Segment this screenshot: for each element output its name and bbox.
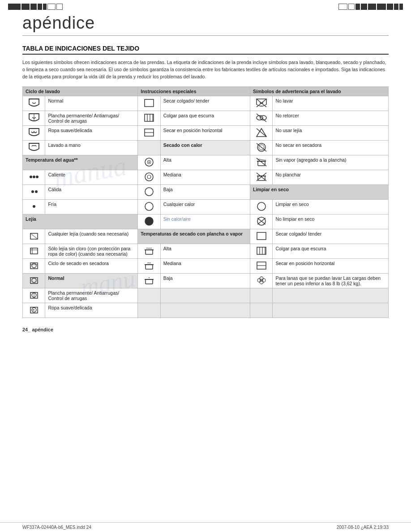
cell-dry-clean-header: Limpiar en seco (250, 185, 389, 200)
icon-no-bleach (250, 126, 273, 141)
svg-line-45 (30, 233, 38, 239)
table-row: Plancha permanente/ Antiarrugas/ Control… (23, 288, 389, 303)
icon-delicate (23, 126, 45, 141)
icon-dry-flat (138, 126, 160, 141)
cell-no-wash: No lavar (273, 96, 389, 111)
cell-empty3 (250, 288, 273, 303)
icon-delicate-dryer (23, 303, 45, 318)
cell-no-tumble: No secar en secadora (273, 141, 389, 155)
cell-no-wring: No retorcer (273, 111, 389, 126)
cell-empty4 (273, 288, 389, 303)
svg-rect-0 (145, 99, 154, 107)
cell-dry-clean: Limpiar en seco (273, 200, 389, 215)
table-row: Fría Cualquier calor Limpiar en seco (23, 200, 389, 215)
icon-no-iron (250, 170, 273, 185)
cell-wool: Para lanas que se puedan lavar Las carga… (273, 274, 389, 288)
svg-point-40 (145, 217, 153, 225)
cell-handwash: Lavado a mano (45, 141, 138, 155)
table-row: Ciclo de secado en secadora Mediana Sec (23, 259, 389, 274)
icon-any-heat (138, 200, 160, 215)
main-content: apéndice TABLA DE INDICACIONES DEL TEJID… (0, 0, 411, 341)
icon-iron-low (138, 274, 160, 288)
svg-point-27 (36, 176, 39, 178)
page-footer-label: 24_ apéndice (22, 327, 389, 332)
icon-low-heat (138, 185, 160, 200)
table-row: Cálida Baja Limpiar en seco (23, 185, 389, 200)
table-row: Cualquier lejía (cuando sea necesaria) T… (23, 229, 389, 244)
cell-empty6 (160, 303, 250, 318)
cell-empty2 (160, 288, 250, 303)
col-header-wash: Ciclo de lavado (23, 87, 138, 96)
icon-hot (23, 170, 45, 185)
icon-no-heat (138, 215, 160, 229)
cell-hang-dry2: Secar colgado/ tender (273, 229, 389, 244)
cell-mediana: Mediana (160, 170, 250, 185)
table-row: Caliente Mediana No planch (23, 170, 389, 185)
svg-point-29 (147, 175, 151, 179)
col-header-special: Instrucciones especiales (138, 87, 250, 96)
icon-perm-press (23, 111, 45, 126)
icon-tumble-dry (138, 141, 160, 155)
icon-medium-heat (138, 170, 160, 185)
footer-file: WF337A-02440A-b6_MES.indd 24 (22, 525, 91, 530)
cell-any-bleach: Cualquier lejía (cuando sea necesaria) (45, 229, 138, 244)
cell-dry-flat: Secar en posición horizontal (160, 126, 250, 141)
table-row: Normal Secar colgado/ tender No lavar (23, 96, 389, 111)
table-row: Sólo lejía sin cloro (con protección par… (23, 244, 389, 259)
svg-point-34 (31, 190, 34, 193)
cell-calida: Cálida (45, 185, 138, 200)
cell-iron-baja: Baja (160, 274, 250, 288)
icon-normal-dryer (23, 274, 45, 288)
icon-warm (23, 185, 45, 200)
icon-hand-wash (23, 141, 45, 155)
cell-no-iron: No planchar (273, 170, 389, 185)
cell-empty1 (138, 288, 160, 303)
cell-no-bleach: No usar lejía (273, 126, 389, 141)
svg-rect-59 (146, 265, 153, 269)
icon-cold (23, 200, 45, 215)
icon-no-wash (250, 96, 273, 111)
section-title: TABLA DE INDICACIONES DEL TEJIDO (22, 45, 389, 55)
cell-dry-flat2: Secar en posición horizontal (273, 259, 389, 274)
svg-point-39 (257, 202, 265, 210)
cell-hang-dry: Secar colgado/ tender (160, 96, 250, 111)
intro-text: Los siguientes símbolos ofrecen indicaci… (22, 59, 389, 80)
icon-iron-medium (138, 259, 160, 274)
cell-empty5 (138, 303, 160, 318)
svg-point-36 (145, 188, 153, 196)
icon-drip-dry (138, 111, 160, 126)
cell-heat-dry-header: Secado con calor (160, 141, 250, 155)
svg-rect-46 (257, 232, 266, 240)
cell-normal: Normal (45, 96, 138, 111)
cell-no-dry-clean: No limpiar en seco (273, 215, 389, 229)
cell-drip-dry: Colgar para que escurra (160, 111, 250, 126)
icon-no-tumble (250, 141, 273, 155)
icon-high-heat (138, 155, 160, 170)
cell-perm-press: Plancha permanente/ Antiarrugas/ Control… (45, 111, 138, 126)
table-row: Plancha permanente/ Antiarrugas/ Control… (23, 111, 389, 126)
icon-hang-dry (138, 96, 160, 111)
icon-hang-dry2 (250, 229, 273, 244)
cell-iron-temp-header: Temperaturas de secado con plancha o vap… (138, 229, 250, 244)
cell-non-chlorine: Sólo lejía sin cloro (con protección par… (45, 244, 138, 259)
svg-point-64 (32, 278, 36, 283)
svg-rect-52 (257, 247, 266, 254)
icon-dryer-cycle (23, 259, 45, 274)
svg-point-35 (35, 190, 38, 193)
top-bar-left (8, 4, 63, 10)
icon-no-steam (250, 155, 273, 170)
cell-cualquier-calor: Cualquier calor (160, 200, 250, 215)
icon-iron-high (138, 244, 160, 259)
svg-point-20 (148, 162, 150, 163)
icon-no-wring (250, 111, 273, 126)
icon-non-chlorine (23, 244, 45, 259)
cell-alta: Alta (160, 155, 250, 170)
cell-empty8 (273, 303, 389, 318)
top-bar-right (338, 4, 403, 10)
svg-point-37 (33, 205, 35, 208)
cell-fria: Fría (45, 200, 138, 215)
cell-no-steam: Sin vapor (agregado a la plancha) (273, 155, 389, 170)
icon-any-bleach (23, 229, 45, 244)
svg-point-57 (32, 263, 36, 268)
cell-water-temp-header: Temperatura del agua** (23, 155, 138, 170)
